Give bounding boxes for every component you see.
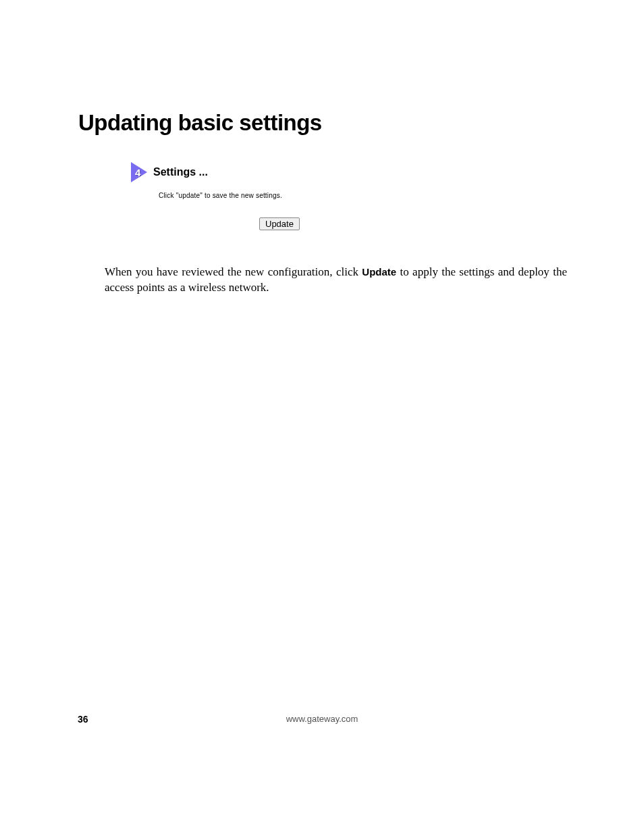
page-number: 36 — [78, 714, 88, 725]
footer-url: www.gateway.com — [286, 714, 358, 724]
panel-header: 4 Settings ... — [129, 161, 304, 184]
body-text-bold: Update — [362, 266, 396, 278]
body-text-part1: When you have reviewed the new configura… — [105, 265, 362, 278]
body-text: When you have reviewed the new configura… — [105, 265, 567, 296]
step-number: 4 — [135, 167, 140, 178]
panel-title: Settings ... — [153, 166, 208, 178]
page-title: Updating basic settings — [78, 110, 322, 136]
step-arrow-icon: 4 — [129, 161, 149, 184]
settings-panel: 4 Settings ... Click "update" to save th… — [129, 161, 304, 199]
panel-instruction: Click "update" to save the new settings. — [159, 192, 304, 199]
update-button[interactable]: Update — [259, 217, 300, 230]
